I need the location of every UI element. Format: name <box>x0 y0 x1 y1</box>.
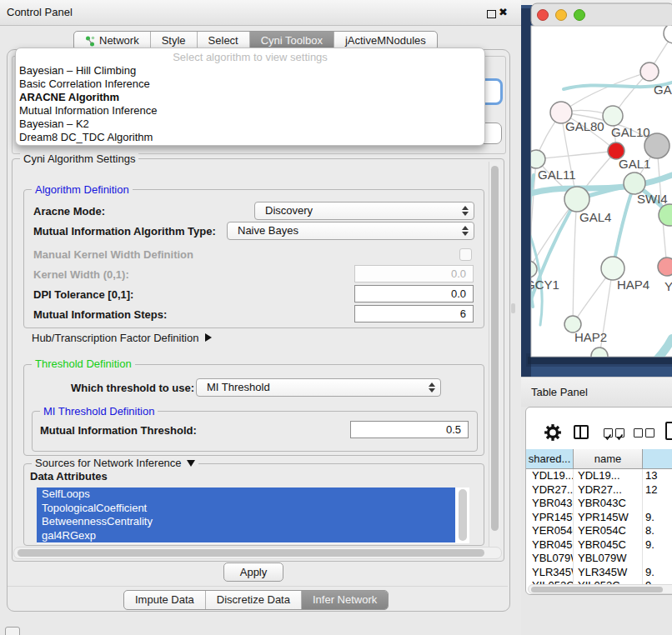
dpi-tolerance-field[interactable]: 0.0 <box>354 285 474 302</box>
kernel-width-label: Kernel Width (0,1): <box>33 268 129 281</box>
algorithm-option[interactable]: Dream8 DC_TDC Algorithm <box>19 131 481 144</box>
algorithm-option[interactable]: Bayesian – Hill Climbing <box>19 64 481 78</box>
settings-scrollbar-thumb[interactable] <box>491 166 499 531</box>
node-label-gal1: GAL1 <box>619 157 650 171</box>
table-cell: YDR27... <box>574 483 643 498</box>
tab-discretize-data[interactable]: Discretize Data <box>205 591 301 609</box>
table-hscrollbar-thumb[interactable] <box>531 587 663 592</box>
data-attributes-list[interactable]: SelfLoopsTopologicalCoefficientBetweenne… <box>37 488 469 543</box>
attributes-scrollbar-thumb[interactable] <box>459 489 467 541</box>
algorithm-options-list: Bayesian – Hill ClimbingBasic Correlatio… <box>19 64 481 144</box>
table-row[interactable]: YBL079WYBL079W <box>526 552 672 566</box>
column-header-name[interactable]: name <box>574 449 643 469</box>
right-region: GAL80 GAL10 GAL1 GAL11 SWI4 GAL4 GCY1 HA… <box>521 0 672 635</box>
algorithm-dropdown-popup: Select algorithm to view settings Bayesi… <box>15 48 485 146</box>
node-label-gal-cut: GAL <box>654 82 672 97</box>
node-gal4[interactable] <box>564 187 589 212</box>
checked-checkbox-icon[interactable] <box>604 428 613 438</box>
column-header-shared-name[interactable]: shared... <box>526 449 574 469</box>
column-view-icon[interactable] <box>574 425 589 439</box>
table-panel-titlebar: Table Panel <box>521 377 672 407</box>
bottom-corner-icon[interactable] <box>5 627 20 635</box>
table-cell: 9. <box>643 566 672 580</box>
mi-type-value: Naive Bayes <box>238 224 298 237</box>
settings-scrollbar[interactable] <box>489 162 500 555</box>
document-icon[interactable] <box>665 422 672 440</box>
network-window-titlebar[interactable] <box>531 3 672 27</box>
table-hscrollbar[interactable] <box>528 584 672 594</box>
hub-section-toggle[interactable]: Hub/Transcription Factor Definition <box>32 332 212 344</box>
attribute-item[interactable]: gal4RGexp <box>37 529 455 543</box>
bottom-tabs: Impute Data Discretize Data Infer Networ… <box>123 590 389 610</box>
algorithm-definition-title: Algorithm Definition <box>32 184 133 196</box>
table-cell: 9. <box>643 511 672 525</box>
node-salmon[interactable] <box>658 258 672 276</box>
attribute-item[interactable]: SelfLoops <box>37 488 455 502</box>
checked-checkbox-icon[interactable] <box>615 428 624 438</box>
table-row[interactable]: YPR145WYPR145W9. <box>526 511 672 525</box>
node-gal-top[interactable] <box>640 62 659 81</box>
float-window-icon[interactable] <box>487 10 496 18</box>
table-row[interactable]: YDL19...YDL19...13 <box>526 469 672 483</box>
table-cell: YLR345W <box>526 566 574 580</box>
table-cell: YER054C <box>574 524 643 538</box>
table-panel-box: shared... name A YDL19...YDL19...13YDR27… <box>525 407 672 595</box>
table-row[interactable]: YBR043CYBR043C <box>526 497 672 511</box>
mi-threshold-label: Mutual Information Threshold: <box>40 424 197 437</box>
column-header-cut[interactable]: A <box>643 449 672 469</box>
tab-impute-data[interactable]: Impute Data <box>124 591 205 609</box>
table-row[interactable]: YER054CYER054C8. <box>526 524 672 538</box>
table-cell: YBL079W <box>574 552 643 566</box>
table-cell: 8. <box>643 524 672 538</box>
gear-icon[interactable] <box>544 423 562 442</box>
control-panel-titlebar: Control Panel ✖ <box>0 0 521 26</box>
node-gal10[interactable] <box>603 106 623 126</box>
attribute-item[interactable]: TopologicalCoefficient <box>37 502 455 516</box>
aracne-mode-select[interactable]: Discovery <box>254 202 474 220</box>
tab-infer-network[interactable]: Infer Network <box>301 591 388 609</box>
manual-kernel-checkbox[interactable] <box>459 248 472 261</box>
left-shadow-strip <box>521 8 531 377</box>
which-threshold-select[interactable]: MI Threshold <box>196 378 441 397</box>
apply-button[interactable]: Apply <box>223 562 283 582</box>
stepper-icon <box>429 382 435 392</box>
node-label-gal4: GAL4 <box>579 210 611 224</box>
node-hap4[interactable] <box>601 257 624 280</box>
close-traffic-button[interactable] <box>538 10 549 21</box>
table-cell <box>643 552 672 566</box>
mi-steps-field[interactable]: 6 <box>354 305 474 322</box>
table-row[interactable]: YDR27...YDR27...12 <box>526 483 672 498</box>
unchecked-checkbox-icon[interactable] <box>634 428 643 438</box>
settings-group-title: Cyni Algorithm Settings <box>20 153 138 165</box>
node-label-hap2: HAP2 <box>574 330 607 344</box>
algorithm-option[interactable]: Bayesian – K2 <box>19 118 481 131</box>
table-row[interactable]: YBR045CYBR045C9. <box>526 538 672 552</box>
tab-infer-network-label: Infer Network <box>313 591 377 609</box>
algorithm-option[interactable]: Mutual Information Inference <box>19 104 481 118</box>
table-row[interactable]: YLR345WYLR345W9. <box>526 566 672 580</box>
table-panel-title: Table Panel <box>531 386 588 398</box>
chevron-down-icon <box>187 460 195 467</box>
settings-hscrollbar-thumb[interactable] <box>18 549 484 557</box>
manual-kernel-label: Manual Kernel Width Definition <box>33 248 193 261</box>
network-view: GAL80 GAL10 GAL1 GAL11 SWI4 GAL4 GCY1 HA… <box>521 0 672 377</box>
close-icon[interactable]: ✖ <box>499 6 508 18</box>
mi-threshold-field[interactable]: 0.5 <box>350 421 469 438</box>
node-label-y-cut: Y <box>664 279 672 293</box>
control-panel: Control Panel ✖ Network Style Select Cyn… <box>0 0 521 635</box>
kernel-width-field[interactable]: 0.0 <box>354 265 474 282</box>
unchecked-checkbox-icon[interactable] <box>645 428 654 438</box>
algorithm-option[interactable]: ARACNE Algorithm <box>19 91 481 104</box>
mi-type-select[interactable]: Naive Bayes <box>227 222 474 240</box>
settings-hscrollbar[interactable] <box>13 547 502 559</box>
attribute-item[interactable]: BetweennessCentrality <box>37 515 455 529</box>
minimize-traffic-button[interactable] <box>556 10 567 21</box>
table-cell: YBR045C <box>526 538 574 552</box>
window-shadow-core <box>528 357 672 364</box>
dpi-tolerance-label: DPI Tolerance [0,1]: <box>33 288 133 301</box>
panel-divider-grip[interactable] <box>511 303 515 313</box>
algorithm-option[interactable]: Basic Correlation Inference <box>19 78 481 91</box>
zoom-traffic-button[interactable] <box>574 10 585 21</box>
sources-title-label: Sources for Network Inference <box>35 457 182 469</box>
sources-group-title[interactable]: Sources for Network Inference <box>32 458 198 469</box>
